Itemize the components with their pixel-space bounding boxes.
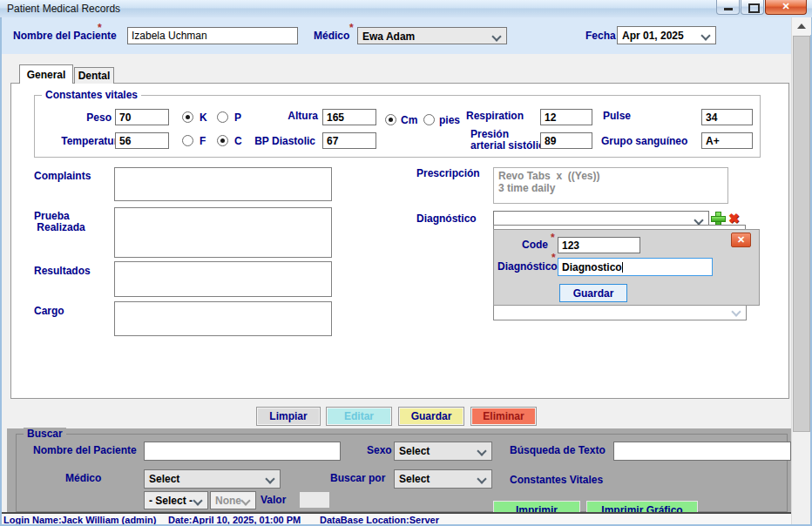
bp-diastolic-input[interactable] xyxy=(322,132,376,149)
code-required-marker: * xyxy=(551,232,555,244)
buscar-sexo-label: Sexo xyxy=(367,445,392,456)
peso-unit-k-label: K xyxy=(200,112,207,124)
close-icon: ✕ xyxy=(782,1,789,11)
add-diagnostico-button[interactable] xyxy=(712,212,725,226)
code-label: Code xyxy=(513,239,548,251)
tab-general-label: General xyxy=(27,69,66,81)
chevron-down-icon xyxy=(265,474,274,483)
resultados-label: Resultados xyxy=(34,266,91,277)
status-login: Login Name:Jack William (admin) xyxy=(3,515,156,524)
busqueda-texto-input[interactable] xyxy=(613,442,791,461)
scrollbar-thumb[interactable] xyxy=(793,36,810,432)
medico-required-marker: * xyxy=(349,22,354,34)
complaints-textarea[interactable] xyxy=(114,167,332,201)
titlebar: Patient Medical Records ✕ xyxy=(0,0,812,18)
scrollbar-up-button[interactable] xyxy=(792,17,811,35)
respiration-input[interactable] xyxy=(540,109,592,125)
fecha-datepicker[interactable]: Apr 01, 2025 xyxy=(617,26,716,44)
code-input[interactable] xyxy=(558,237,640,253)
tab-page-general: Constantes vitales Peso K P Altura Cm pi… xyxy=(10,83,789,399)
buscar-medico-select[interactable]: Select xyxy=(144,469,281,489)
maximize-button[interactable] xyxy=(741,0,764,15)
chevron-down-icon xyxy=(193,496,202,505)
temp-unit-c-radio[interactable] xyxy=(217,135,228,146)
buscar-medico-value: Select xyxy=(149,473,179,485)
window-title: Patient Medical Records xyxy=(7,3,120,15)
eliminar-label: Eliminar xyxy=(483,410,524,422)
temperatura-label: Temperatura xyxy=(57,136,124,147)
popup-close-button[interactable]: ✕ xyxy=(731,233,751,247)
guardar-button[interactable]: Guardar xyxy=(398,407,464,426)
popup-close-icon: ✕ xyxy=(737,234,745,245)
buscar-sexo-select[interactable]: Select xyxy=(394,442,492,461)
chevron-down-icon xyxy=(731,307,741,316)
popup-diagnostico-value: Diagnostico xyxy=(562,261,622,273)
plus-icon xyxy=(712,212,725,226)
operator-value: None xyxy=(215,495,241,507)
presion-sistolica-input[interactable] xyxy=(540,132,592,149)
temp-unit-c-label: C xyxy=(234,136,242,147)
peso-unit-k-radio[interactable] xyxy=(182,111,193,123)
grupo-sanguineo-input[interactable] xyxy=(701,132,753,149)
prueba-realizada-textarea[interactable] xyxy=(114,207,332,258)
popup-guardar-label: Guardar xyxy=(573,287,614,300)
buscar-por-select[interactable]: Select xyxy=(394,469,492,489)
temp-unit-f-label: F xyxy=(200,136,206,147)
criteria-select[interactable]: - Select - xyxy=(144,491,208,509)
prescripcion-textarea[interactable]: Revo Tabs x ((Yes)) 3 time daily xyxy=(493,167,728,204)
vitals-group-title: Constantes vitales xyxy=(42,89,141,101)
peso-input[interactable] xyxy=(115,109,169,125)
temperatura-input[interactable] xyxy=(115,132,169,149)
prescripcion-label: Prescripción xyxy=(416,168,480,179)
altura-input[interactable] xyxy=(322,109,376,125)
delete-x-icon: ✖ xyxy=(728,212,740,225)
popup-diagnostico-input[interactable]: Diagnostico xyxy=(558,258,713,276)
buscar-por-value: Select xyxy=(399,473,430,485)
fecha-value: Apr 01, 2025 xyxy=(622,30,684,42)
patient-name-input[interactable] xyxy=(127,27,298,44)
buscar-nombre-input[interactable] xyxy=(144,442,341,461)
chevron-down-icon xyxy=(477,446,486,455)
eliminar-button[interactable]: Eliminar xyxy=(470,407,537,426)
cargo-label: Cargo xyxy=(34,306,64,317)
operator-select[interactable]: None xyxy=(210,491,256,509)
limpiar-button[interactable]: Limpiar xyxy=(256,407,321,426)
maximize-icon xyxy=(748,3,760,13)
diagnostico-popup: Code * Diagnóstico * Diagnostico Guardar… xyxy=(493,229,760,306)
app-window: Patient Medical Records ✕ Nombre del Pac… xyxy=(0,0,812,526)
altura-unit-pies-radio[interactable] xyxy=(423,114,435,125)
pulse-input[interactable] xyxy=(701,109,753,125)
peso-unit-p-label: P xyxy=(234,112,241,124)
chevron-down-icon xyxy=(491,31,501,41)
fecha-label: Fecha xyxy=(585,30,616,42)
peso-unit-p-radio[interactable] xyxy=(217,111,228,123)
vitals-groupbox: Constantes vitales Peso K P Altura Cm pi… xyxy=(34,95,761,158)
peso-label: Peso xyxy=(61,112,112,124)
medico-select[interactable]: Ewa Adam xyxy=(357,27,507,44)
arrow-up-icon xyxy=(797,24,806,29)
diagnostico-label: Diagnóstico xyxy=(416,213,477,225)
buscar-sexo-value: Select xyxy=(399,445,430,457)
resultados-textarea[interactable] xyxy=(114,261,332,297)
tab-general[interactable]: General xyxy=(19,64,73,84)
cargo-textarea[interactable] xyxy=(114,301,332,336)
tab-dental-label: Dental xyxy=(78,70,111,82)
altura-unit-pies-label: pies xyxy=(439,115,460,126)
vertical-scrollbar[interactable] xyxy=(791,17,810,524)
complaints-label: Complaints xyxy=(34,171,91,182)
status-date: Date:April 10, 2025, 01:00 PM xyxy=(168,515,301,524)
status-bar: Login Name:Jack William (admin) Date:Apr… xyxy=(2,512,791,524)
minimize-icon xyxy=(724,8,733,10)
close-button[interactable]: ✕ xyxy=(765,0,807,15)
temp-unit-f-radio[interactable] xyxy=(182,135,193,146)
chevron-down-icon xyxy=(240,496,250,505)
minimize-button[interactable] xyxy=(716,0,740,15)
chevron-down-icon xyxy=(477,474,486,483)
popup-guardar-button[interactable]: Guardar xyxy=(559,284,627,302)
editar-button[interactable]: Editar xyxy=(326,407,392,426)
guardar-label: Guardar xyxy=(411,410,452,422)
tab-dental[interactable]: Dental xyxy=(74,67,114,84)
valor-input[interactable] xyxy=(299,491,330,509)
valor-label: Valor xyxy=(261,495,286,506)
altura-unit-cm-radio[interactable] xyxy=(385,114,396,125)
